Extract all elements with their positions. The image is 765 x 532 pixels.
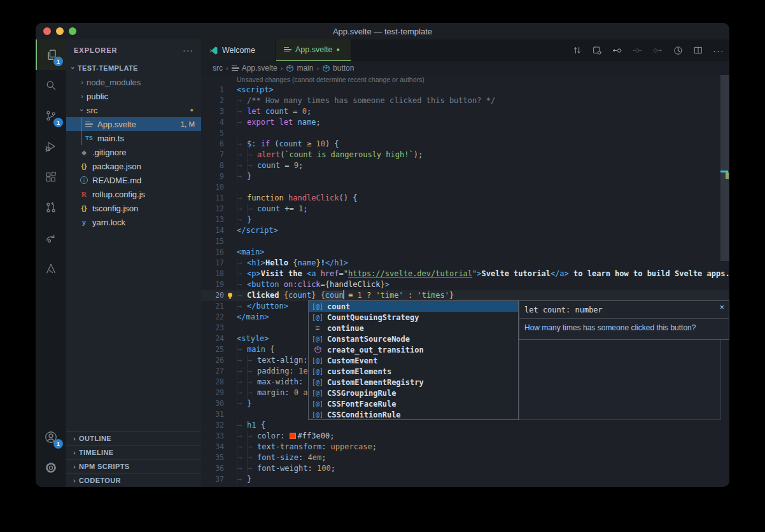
suggestion-count[interactable]: [@]count	[309, 301, 518, 312]
activity-explorer-icon[interactable]: 1	[36, 39, 66, 70]
suggestion-customelementregistry[interactable]: [@]CustomElementRegistry	[309, 377, 518, 388]
suggestion-create_out_transition[interactable]: create_out_transition	[309, 344, 518, 355]
suggestion-label: CountQueuingStrategy	[327, 313, 419, 322]
code-line-34[interactable]: 34→→text-transform: uppercase;	[201, 442, 729, 452]
code-line-9[interactable]: 9→}	[201, 171, 729, 182]
tab-app-svelte[interactable]: App.svelte●	[276, 39, 351, 61]
section-outline[interactable]: ›OUTLINE	[66, 431, 201, 445]
code-line-20[interactable]: 20→Clicked {count} {coun ≡ 1 ? 'time' : …	[201, 290, 729, 301]
breadcrumb-app-svelte[interactable]: App.svelte	[232, 64, 277, 73]
code-line-15[interactable]: 15	[201, 236, 729, 247]
code-line-18[interactable]: 18→<p>Visit the <a href="https://svelte.…	[201, 269, 729, 279]
json-file-icon: {}	[79, 162, 89, 170]
code-line-6[interactable]: 6→$: if (count ≥ 10) {	[201, 139, 729, 150]
breadcrumb-main[interactable]: main	[286, 64, 313, 73]
close-icon[interactable]: ×	[719, 302, 724, 312]
file-yarn-lock[interactable]: yyarn.lock	[66, 215, 201, 229]
suggestion-customevent[interactable]: [@]CustomEvent	[309, 355, 518, 366]
suggestion-label: count	[327, 302, 350, 311]
timeline-icon[interactable]	[673, 45, 684, 56]
file-public[interactable]: ›public	[66, 89, 201, 103]
suggestion-continue[interactable]: ≡continue	[309, 323, 518, 333]
code-line-19[interactable]: 19→<button on:click={handleClick}>	[201, 279, 729, 290]
file-tsconfig-json[interactable]: {}tsconfig.json	[66, 201, 201, 215]
activity-accounts-icon[interactable]: 1	[36, 422, 66, 452]
code-line-12[interactable]: 12→→count += 1;	[201, 204, 729, 214]
code-line-11[interactable]: 11→function handleClick() {	[201, 193, 729, 204]
breadcrumb-src[interactable]: src	[213, 64, 223, 73]
activity-live-share-icon[interactable]	[36, 223, 66, 253]
activity-search-icon[interactable]	[36, 70, 66, 101]
code-line-37[interactable]: 37→}	[201, 474, 729, 485]
file-package-json[interactable]: {}package.json	[66, 159, 201, 173]
more-actions-icon[interactable]: ···	[713, 45, 724, 56]
file-readme-md[interactable]: iREADME.md	[66, 173, 201, 187]
minimize-window-button[interactable]	[56, 27, 64, 35]
line-number: 36	[201, 463, 224, 474]
activity-source-control-icon[interactable]: 1	[36, 101, 66, 131]
gitlens-compare-icon[interactable]	[572, 45, 582, 55]
code-line-3[interactable]: 3→let count = 0;	[201, 106, 729, 117]
activity-bar: 111	[36, 39, 66, 487]
current-change-icon[interactable]	[632, 45, 643, 56]
section-codetour[interactable]: ›CODETOUR	[66, 473, 201, 487]
line-number: 2	[201, 95, 224, 106]
code-line-32[interactable]: 32→h1 {	[201, 420, 729, 431]
code-line-14[interactable]: 14</script>	[201, 225, 729, 236]
close-window-button[interactable]	[43, 27, 51, 35]
code-line-10[interactable]: 10	[201, 182, 729, 193]
file-label: package.json	[92, 162, 141, 171]
activity-azure-icon[interactable]	[36, 253, 66, 284]
open-changes-icon[interactable]	[592, 45, 602, 55]
explorer-more-actions-icon[interactable]: ···	[183, 45, 193, 55]
file-rollup-config-js[interactable]: Rrollup.config.js	[66, 187, 201, 201]
suggestion-constantsourcenode[interactable]: [@]ConstantSourceNode	[309, 333, 518, 344]
code-line-1[interactable]: 1<script>	[201, 85, 729, 95]
split-editor-icon[interactable]	[693, 45, 703, 55]
previous-change-icon[interactable]	[612, 45, 622, 56]
suggestion-countqueuingstrategy[interactable]: [@]CountQueuingStrategy	[309, 312, 518, 323]
suggestion-cssgroupingrule[interactable]: [@]CSSGroupingRule	[309, 388, 518, 398]
code-line-33[interactable]: 33→→color: #ff3e00;	[201, 431, 729, 442]
breadcrumb-button[interactable]: button	[322, 64, 354, 73]
file-label: tsconfig.json	[92, 204, 138, 213]
suggestion-label: create_out_transition	[327, 346, 424, 354]
code-line-4[interactable]: 4→export let name;	[201, 117, 729, 128]
code-line-13[interactable]: 13→}	[201, 214, 729, 225]
suggestion-customelements[interactable]: [@]customElements	[309, 366, 518, 377]
file--gitignore[interactable]: ◆.gitignore	[66, 145, 201, 159]
suggestion-cssconditionrule[interactable]: [@]CSSConditionRule	[309, 409, 518, 420]
scrollbar-thumb[interactable]	[720, 75, 729, 261]
file-src[interactable]: ›src●	[66, 103, 201, 117]
next-change-icon[interactable]	[652, 45, 663, 56]
code-line-2[interactable]: 2→/** How many times has someone clicked…	[201, 95, 729, 106]
file-main-ts[interactable]: TSmain.ts	[66, 131, 201, 145]
code-line-17[interactable]: 17→<h1>Hello {name}!</h1>	[201, 258, 729, 269]
file-app-svelte[interactable]: App.svelte1, M	[66, 117, 201, 131]
code-editor[interactable]: Unsaved changes (cannot determine recent…	[201, 75, 729, 487]
code-line-8[interactable]: 8→→count = 9;	[201, 160, 729, 171]
traffic-lights	[43, 27, 76, 35]
file-node-modules[interactable]: ›node_modules	[66, 75, 201, 89]
section-npm-scripts[interactable]: ›NPM SCRIPTS	[66, 459, 201, 473]
zoom-window-button[interactable]	[69, 27, 76, 35]
activity-github-pull-requests-icon[interactable]	[36, 192, 66, 223]
code-line-35[interactable]: 35→→font-size: 4em;	[201, 452, 729, 463]
activity-run-debug-icon[interactable]	[36, 131, 66, 162]
suggestion-cssfontfacerule[interactable]: [@]CSSFontFaceRule	[309, 398, 518, 409]
file-label: .gitignore	[92, 148, 126, 157]
code-line-5[interactable]: 5	[201, 128, 729, 139]
title-bar[interactable]: App.svelte — test-template	[36, 23, 729, 39]
tree-root-test-template[interactable]: › TEST-TEMPLATE	[66, 61, 201, 75]
line-number: 6	[201, 139, 224, 150]
section-timeline[interactable]: ›TIMELINE	[66, 445, 201, 459]
tab-welcome[interactable]: Welcome	[201, 39, 276, 61]
line-number: 31	[201, 409, 224, 420]
svelte-file-icon	[84, 122, 94, 127]
code-line-16[interactable]: 16<main>	[201, 247, 729, 258]
activity-extensions-icon[interactable]	[36, 162, 66, 192]
activity-settings-icon[interactable]	[36, 452, 66, 483]
code-line-7[interactable]: 7→→alert(`count is dangerously high!`);	[201, 150, 729, 160]
line-number: 16	[201, 247, 224, 258]
code-line-36[interactable]: 36→→font-weight: 100;	[201, 463, 729, 474]
